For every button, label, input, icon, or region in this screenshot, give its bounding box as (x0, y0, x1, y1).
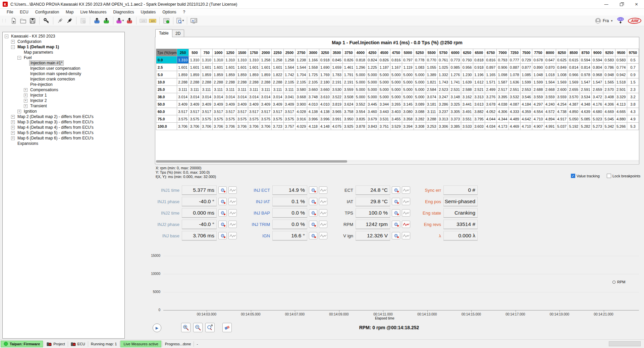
map-cell[interactable]: 3.409 (201, 101, 212, 108)
map-cell[interactable]: 3.014 (212, 93, 224, 101)
map-cell[interactable]: 3.409 (224, 101, 236, 108)
map-cell[interactable]: 5.050 (568, 115, 580, 123)
map-cell[interactable]: 1.859 (177, 71, 189, 78)
map-cell[interactable]: 1.636 (508, 78, 520, 86)
map-cell[interactable]: 5.000 (355, 71, 366, 78)
map-cell[interactable]: 1.389 (426, 71, 437, 78)
tab-table[interactable]: Table (155, 29, 172, 37)
map-cell[interactable]: 5.3 (627, 123, 639, 130)
map-cell[interactable]: 3.014 (236, 93, 248, 101)
map-cell[interactable]: 1.310 (201, 56, 212, 64)
map-cell[interactable]: 5.023 (591, 115, 603, 123)
map-cell[interactable]: 2.688 (532, 86, 544, 93)
rpm-header-7500[interactable]: 7500 (521, 49, 532, 56)
map-cell[interactable]: 3.723 (272, 123, 283, 130)
map-cell[interactable]: 5.000 (355, 78, 366, 86)
tree-item-injector-2[interactable]: +Injector 2 (3, 98, 124, 103)
doc-help-icon[interactable]: ? (79, 16, 88, 25)
map-cell[interactable]: 2.288 (224, 78, 236, 86)
map-cell[interactable]: 4.333 (508, 108, 520, 115)
tree-item-expansions[interactable]: Expansions (3, 141, 124, 146)
map-cell[interactable]: 3.559 (532, 93, 544, 101)
map-cell[interactable]: 3.181 (426, 101, 437, 108)
map-cell[interactable]: 1.743 (437, 78, 449, 86)
map-cell[interactable]: 2.288 (272, 78, 283, 86)
menu-file[interactable]: File (3, 9, 16, 15)
map-cell[interactable]: 1.310 (212, 56, 224, 64)
map-cell[interactable]: 0.814 (568, 64, 580, 71)
map-cell[interactable]: 3.603 (473, 123, 485, 130)
map-cell[interactable]: 0.804 (591, 64, 603, 71)
map-cell[interactable]: 1.601 (189, 64, 201, 71)
map-cell[interactable]: 1.167 (390, 64, 402, 71)
map-cell[interactable]: 0.897 (485, 64, 497, 71)
map-cell[interactable]: 5.282 (580, 123, 591, 130)
map-cell[interactable]: 3.288 (426, 115, 437, 123)
map-cell[interactable]: 3.531 (378, 115, 390, 123)
map-cell[interactable]: 4.254 (556, 101, 568, 108)
map-cell[interactable]: 3.111 (283, 86, 295, 93)
map-cell[interactable]: 5.000 (402, 78, 414, 86)
map-cell[interactable]: 2.180 (319, 78, 331, 86)
tps-header-25.0[interactable]: 25.0 (156, 86, 177, 93)
map-cell[interactable]: 3.409 (260, 101, 272, 108)
map-cell[interactable]: 3.014 (260, 93, 272, 101)
map-cell[interactable]: 4.9 (627, 115, 639, 123)
map-cell[interactable]: 1.601 (212, 64, 224, 71)
restore-button[interactable] (614, 0, 629, 9)
tree-item-configuration[interactable]: +Configuration (3, 39, 124, 44)
menu-options[interactable]: Options (159, 9, 179, 15)
map-cell[interactable]: 4.359 (521, 108, 532, 115)
rpm-header-6750[interactable]: 6750 (485, 49, 497, 56)
map-cell[interactable]: 1.518 (615, 78, 627, 86)
measure-plot-button[interactable] (228, 232, 237, 239)
map-cell[interactable]: 3.014 (201, 93, 212, 101)
map-cell[interactable]: 1.769 (319, 71, 331, 78)
map-cell[interactable]: 0.818 (355, 56, 366, 64)
map-cell[interactable]: 1.639 (461, 78, 473, 86)
map-cell[interactable]: 3.522 (331, 93, 343, 101)
map-cell[interactable]: 0.849 (556, 64, 568, 71)
collapse-icon[interactable]: − (17, 56, 21, 60)
rpm-header-2000[interactable]: 2000 (260, 49, 272, 56)
rpm-header-6000[interactable]: 6000 (449, 49, 461, 56)
map-cell[interactable]: 3.395 (497, 93, 508, 101)
map-cell[interactable]: 1.461 (343, 64, 355, 71)
map-cell[interactable]: 2.600 (556, 86, 568, 93)
map-cell[interactable]: 4.907 (532, 123, 544, 130)
map-cell[interactable]: 0.7 (627, 64, 639, 71)
map-cell[interactable]: 0.770 (426, 56, 437, 64)
map-cell[interactable]: 5.000 (378, 93, 390, 101)
rpm-header-5250[interactable]: 5250 (414, 49, 426, 56)
map-cell[interactable]: 0.890 (532, 64, 544, 71)
rpm-header-8750[interactable]: 8750 (580, 49, 591, 56)
account-widget[interactable]: Fra ▼ (595, 18, 613, 24)
map-cell[interactable]: 1.083 (414, 64, 426, 71)
tps-header-10.0[interactable]: 10.0 (156, 78, 177, 86)
rpm-header-9750[interactable]: 9750 (627, 49, 639, 56)
rpm-header-1250[interactable]: 1250 (224, 49, 236, 56)
map-cell[interactable]: 1.821 (426, 78, 437, 86)
map-cell[interactable]: 4.642 (521, 115, 532, 123)
map-cell[interactable]: 0.985 (449, 64, 461, 71)
map-cell[interactable]: 3.706 (248, 123, 260, 130)
map-cell[interactable]: 0.5 (627, 56, 639, 64)
plug-gray-icon[interactable] (56, 16, 64, 25)
map-cell[interactable]: 1.859 (189, 71, 201, 78)
map-cell[interactable]: 3.552 (355, 101, 366, 108)
map-cell[interactable]: 3.041 (283, 93, 295, 101)
tab-2d[interactable]: 2D (172, 30, 184, 37)
map-cell[interactable]: 3.706 (236, 123, 248, 130)
rpm-header-8250[interactable]: 8250 (556, 49, 568, 56)
map-cell[interactable]: 1.5 (627, 78, 639, 86)
map-cell[interactable]: 4.052 (485, 108, 497, 115)
map-cell[interactable]: 0.845 (331, 56, 343, 64)
new-file-icon[interactable] (9, 16, 18, 25)
map-cell[interactable]: 3.265 (390, 101, 402, 108)
map-cell[interactable]: 3.559 (343, 86, 355, 93)
map-cell[interactable]: 4.038 (497, 101, 508, 108)
map-cell[interactable]: 1.564 (283, 64, 295, 71)
map-cell[interactable]: 3.882 (473, 108, 485, 115)
map-cell[interactable]: 3.517 (224, 108, 236, 115)
doc-search-caret-icon[interactable]: ▼ (176, 16, 184, 25)
